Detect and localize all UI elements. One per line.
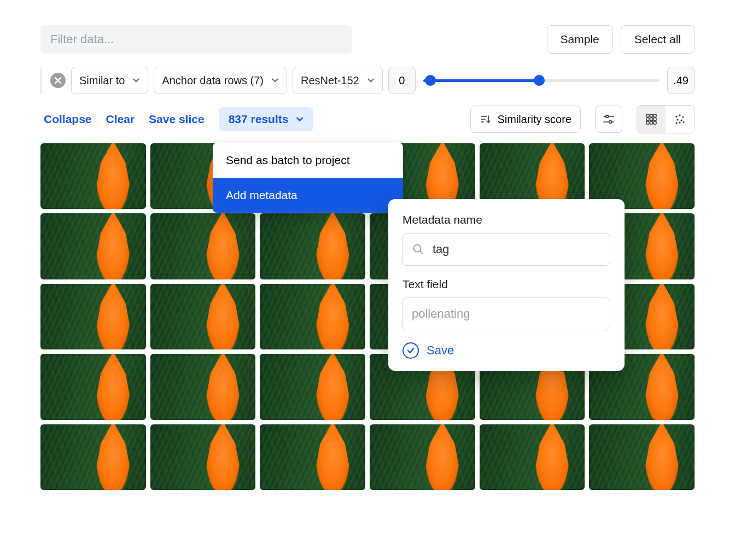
svg-point-1 [609, 121, 612, 124]
range-min: 0 [388, 67, 416, 94]
text-field-input[interactable] [412, 307, 601, 321]
similarity-slider[interactable] [423, 67, 660, 94]
thumbnail[interactable] [40, 284, 146, 349]
thumbnail[interactable] [40, 424, 146, 490]
text-field[interactable] [402, 298, 610, 330]
svg-point-15 [680, 119, 682, 121]
collapse-button[interactable]: Collapse [44, 113, 92, 126]
metadata-name-input[interactable] [433, 242, 601, 256]
thumbnail[interactable] [260, 424, 365, 490]
menu-item[interactable]: Add metadata [213, 178, 403, 213]
svg-point-13 [682, 116, 684, 118]
sliders-icon [602, 113, 615, 126]
chevron-down-icon [296, 115, 304, 123]
svg-point-0 [606, 115, 609, 118]
scatter-view-button[interactable] [666, 106, 694, 133]
svg-point-17 [679, 121, 680, 123]
svg-rect-4 [654, 114, 656, 117]
sample-button[interactable]: Sample [547, 25, 613, 54]
search-icon [412, 243, 425, 256]
thumbnail[interactable] [150, 354, 256, 419]
menu-item[interactable]: Send as batch to project [213, 143, 403, 178]
text-field-label: Text field [402, 278, 610, 291]
chevron-down-icon [271, 77, 279, 84]
thumbnail[interactable] [150, 284, 256, 349]
sort-label: Similarity score [497, 113, 571, 126]
clear-filters-icon[interactable] [50, 73, 66, 88]
svg-rect-8 [646, 121, 649, 124]
svg-rect-10 [654, 121, 656, 124]
save-button[interactable]: Save [402, 342, 610, 359]
svg-point-16 [675, 122, 677, 124]
results-dropdown[interactable]: 837 results [219, 107, 314, 131]
range-max: .49 [667, 67, 695, 94]
thumbnail[interactable] [480, 424, 585, 490]
grid-icon [645, 113, 657, 125]
select-all-button[interactable]: Select all [621, 25, 695, 54]
svg-rect-9 [650, 121, 653, 124]
anchor-rows-label: Anchor data rows (7) [162, 74, 264, 87]
svg-point-18 [682, 121, 684, 122]
thumbnail[interactable] [260, 354, 365, 419]
metadata-name-field[interactable] [402, 233, 610, 266]
model-label: ResNet-152 [301, 74, 359, 87]
thumbnail[interactable] [150, 213, 256, 279]
thumbnail[interactable] [40, 354, 146, 419]
filter-input[interactable] [40, 25, 352, 54]
view-toggle [637, 105, 695, 133]
metadata-popover: Metadata name Text field Save [388, 199, 625, 371]
results-count: 837 results [229, 113, 289, 126]
clear-button[interactable]: Clear [106, 113, 135, 126]
chevron-down-icon [132, 77, 140, 84]
check-circle-icon [402, 342, 419, 359]
thumbnail[interactable] [589, 424, 695, 490]
save-label: Save [427, 343, 454, 358]
results-menu: Send as batch to projectAdd metadata [213, 143, 403, 213]
model-dropdown[interactable]: ResNet-152 [293, 67, 383, 94]
slider-thumb-max[interactable] [534, 75, 545, 86]
thumbnail[interactable] [40, 143, 146, 209]
similar-to-dropdown[interactable]: Similar to [71, 67, 148, 94]
metadata-name-label: Metadata name [402, 213, 610, 226]
slider-thumb-min[interactable] [425, 75, 436, 86]
thumbnail[interactable] [370, 424, 475, 490]
svg-rect-5 [646, 118, 649, 121]
svg-rect-3 [650, 114, 653, 117]
anchor-rows-dropdown[interactable]: Anchor data rows (7) [154, 67, 287, 94]
svg-rect-2 [646, 114, 649, 117]
filter-settings-button[interactable] [595, 106, 622, 133]
sort-dropdown[interactable]: Similarity score [470, 106, 581, 133]
similar-to-label: Similar to [79, 74, 125, 87]
save-slice-button[interactable]: Save slice [149, 113, 205, 126]
svg-point-14 [676, 119, 678, 120]
svg-point-12 [679, 114, 680, 116]
scatter-icon [674, 113, 686, 125]
chevron-down-icon [367, 77, 375, 84]
svg-point-11 [675, 115, 677, 117]
svg-rect-7 [654, 118, 656, 121]
divider [40, 67, 42, 94]
thumbnail[interactable] [40, 213, 146, 279]
thumbnail[interactable] [260, 213, 365, 279]
svg-rect-6 [650, 118, 653, 121]
thumbnail[interactable] [150, 424, 256, 490]
thumbnail[interactable] [260, 284, 365, 349]
sort-desc-icon [480, 114, 491, 125]
grid-view-button[interactable] [637, 106, 666, 133]
